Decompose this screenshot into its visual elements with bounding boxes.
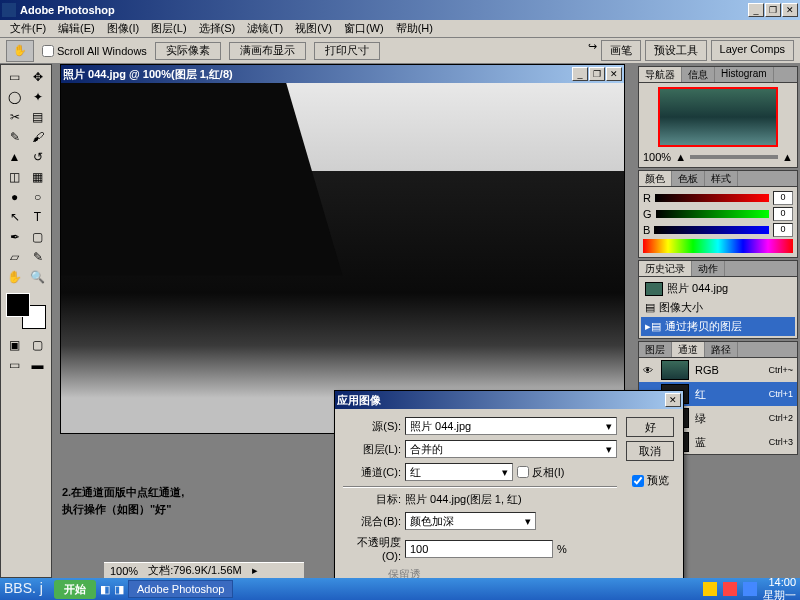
g-slider[interactable]	[656, 210, 769, 218]
layer-comps-button[interactable]: Layer Comps	[711, 40, 794, 61]
menu-layer[interactable]: 图层(L)	[145, 21, 192, 36]
preview-checkbox[interactable]: 预览	[632, 473, 669, 488]
source-select[interactable]: 照片 044.jpg	[405, 417, 617, 435]
tab-color[interactable]: 颜色	[639, 171, 672, 186]
restore-button[interactable]: ❐	[765, 3, 781, 17]
opacity-input[interactable]	[405, 540, 553, 558]
doc-size: 文档:796.9K/1.56M	[148, 563, 242, 578]
tray-icon[interactable]	[703, 582, 717, 596]
mode2-icon[interactable]: ▬	[26, 355, 49, 375]
lasso-tool[interactable]: ◯	[3, 87, 26, 107]
color-spectrum[interactable]	[643, 239, 793, 253]
tray-icon[interactable]	[743, 582, 757, 596]
hand-tool[interactable]: ✋	[3, 267, 26, 287]
zoom-in-icon[interactable]: ▲	[782, 151, 793, 163]
b-value[interactable]: 0	[773, 223, 793, 237]
tab-actions[interactable]: 动作	[692, 261, 725, 276]
history-snapshot[interactable]: 照片 044.jpg	[641, 279, 795, 298]
notes-tool[interactable]: ▱	[3, 247, 26, 267]
menu-edit[interactable]: 编辑(E)	[52, 21, 101, 36]
nav-zoom-value[interactable]: 100%	[643, 151, 671, 163]
quicklaunch-icon[interactable]: ◨	[114, 583, 124, 596]
pen-tool[interactable]: ✒	[3, 227, 26, 247]
menu-filter[interactable]: 滤镜(T)	[241, 21, 289, 36]
menu-help[interactable]: 帮助(H)	[390, 21, 439, 36]
blend-select[interactable]: 颜色加深	[405, 512, 536, 530]
tab-info[interactable]: 信息	[682, 67, 715, 82]
stamp-tool[interactable]: ▲	[3, 147, 26, 167]
dodge-tool[interactable]: ○	[26, 187, 49, 207]
crop-tool[interactable]: ✂	[3, 107, 26, 127]
shape-tool[interactable]: ▢	[26, 227, 49, 247]
document-image[interactable]	[61, 83, 624, 433]
eyedropper-tool[interactable]: ✎	[26, 247, 49, 267]
menu-window[interactable]: 窗口(W)	[338, 21, 390, 36]
marquee-tool[interactable]: ▭	[3, 67, 26, 87]
doc-close-button[interactable]: ✕	[606, 67, 622, 81]
cancel-button[interactable]: 取消	[626, 441, 674, 461]
zoom-slider[interactable]	[690, 155, 778, 159]
invert-checkbox[interactable]: 反相(I)	[517, 465, 575, 480]
taskbar-app[interactable]: Adobe Photoshop	[128, 580, 233, 598]
r-value[interactable]: 0	[773, 191, 793, 205]
start-button[interactable]: 开始	[54, 580, 96, 599]
tab-layers[interactable]: 图层	[639, 342, 672, 357]
system-tray: 14:00 星期一	[703, 576, 796, 601]
tab-histogram[interactable]: Histogram	[715, 67, 774, 82]
slice-tool[interactable]: ▤	[26, 107, 49, 127]
wand-tool[interactable]: ✦	[26, 87, 49, 107]
jump-icon[interactable]: ↪	[588, 40, 597, 61]
type-tool[interactable]: T	[26, 207, 49, 227]
menu-select[interactable]: 选择(S)	[193, 21, 242, 36]
zoom-out-icon[interactable]: ▲	[675, 151, 686, 163]
brushes-palette-button[interactable]: 画笔	[601, 40, 641, 61]
gradient-tool[interactable]: ▦	[26, 167, 49, 187]
eraser-tool[interactable]: ◫	[3, 167, 26, 187]
zoom-tool[interactable]: 🔍	[26, 267, 49, 287]
tab-paths[interactable]: 路径	[705, 342, 738, 357]
quicklaunch-icon[interactable]: ◧	[100, 583, 110, 596]
b-slider[interactable]	[654, 226, 769, 234]
menu-file[interactable]: 文件(F)	[4, 21, 52, 36]
channel-rgb[interactable]: 👁RGBCtrl+~	[639, 358, 797, 382]
tab-styles[interactable]: 样式	[705, 171, 738, 186]
minimize-button[interactable]: _	[748, 3, 764, 17]
tray-icon[interactable]	[723, 582, 737, 596]
history-item[interactable]: ▤图像大小	[641, 298, 795, 317]
print-size-button[interactable]: 打印尺寸	[314, 42, 380, 60]
menu-image[interactable]: 图像(I)	[101, 21, 145, 36]
tab-swatches[interactable]: 色板	[672, 171, 705, 186]
quickmask-icon[interactable]: ▣	[3, 335, 26, 355]
channel-select[interactable]: 红	[405, 463, 513, 481]
heal-tool[interactable]: ✎	[3, 127, 26, 147]
screenmode-icon[interactable]: ▢	[26, 335, 49, 355]
brush-tool[interactable]: 🖌	[26, 127, 49, 147]
fit-button[interactable]: 满画布显示	[229, 42, 306, 60]
history-brush-tool[interactable]: ↺	[26, 147, 49, 167]
tab-navigator[interactable]: 导航器	[639, 67, 682, 82]
move-tool[interactable]: ✥	[26, 67, 49, 87]
scroll-all-checkbox[interactable]: Scroll All Windows	[42, 45, 147, 57]
tool-presets-button[interactable]: 预设工具	[645, 40, 707, 61]
tab-channels[interactable]: 通道	[672, 342, 705, 357]
eye-icon[interactable]: 👁	[643, 365, 655, 376]
menu-view[interactable]: 视图(V)	[289, 21, 338, 36]
history-item[interactable]: ▸▤通过拷贝的图层	[641, 317, 795, 336]
color-swatch[interactable]	[6, 293, 46, 329]
close-button[interactable]: ✕	[782, 3, 798, 17]
dialog-close-button[interactable]: ✕	[665, 393, 681, 407]
blur-tool[interactable]: ●	[3, 187, 26, 207]
menubar: 文件(F) 编辑(E) 图像(I) 图层(L) 选择(S) 滤镜(T) 视图(V…	[0, 20, 800, 38]
doc-minimize-button[interactable]: _	[572, 67, 588, 81]
layer-select[interactable]: 合并的	[405, 440, 617, 458]
mode1-icon[interactable]: ▭	[3, 355, 26, 375]
actual-pixels-button[interactable]: 实际像素	[155, 42, 221, 60]
path-tool[interactable]: ↖	[3, 207, 26, 227]
doc-restore-button[interactable]: ❐	[589, 67, 605, 81]
r-slider[interactable]	[655, 194, 769, 202]
zoom-level[interactable]: 100%	[110, 565, 138, 577]
navigator-thumbnail[interactable]	[658, 87, 778, 147]
ok-button[interactable]: 好	[626, 417, 674, 437]
g-value[interactable]: 0	[773, 207, 793, 221]
tab-history[interactable]: 历史记录	[639, 261, 692, 276]
